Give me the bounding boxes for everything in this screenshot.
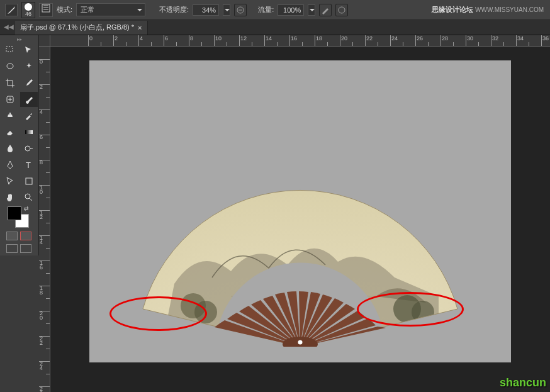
blend-mode-value: 正常 xyxy=(81,6,94,13)
canvas-area[interactable] xyxy=(50,47,550,392)
horizontal-ruler[interactable]: 024681012141618202224262830323436 xyxy=(50,35,550,47)
selection-tool[interactable] xyxy=(20,43,38,58)
opacity-input[interactable]: 34% xyxy=(193,4,219,16)
document-tab-row: ◀◀ 扇子.psd @ 67.1% (小白点, RGB/8) * × xyxy=(0,20,550,35)
svg-rect-3 xyxy=(6,47,13,52)
site-name: 思缘设计论坛 xyxy=(432,6,473,13)
brush-tool[interactable] xyxy=(20,92,38,107)
eraser-tool[interactable] xyxy=(1,125,19,140)
type-tool[interactable]: T xyxy=(20,157,38,172)
healing-brush-tool[interactable] xyxy=(1,92,19,107)
flow-label: 流量: xyxy=(258,5,274,14)
foreground-color[interactable] xyxy=(8,206,21,220)
blur-tool[interactable] xyxy=(1,141,19,156)
svg-rect-9 xyxy=(26,178,32,184)
svg-point-2 xyxy=(339,7,345,13)
magic-wand-tool[interactable] xyxy=(20,59,38,74)
brush-size-label: 46 xyxy=(25,11,31,17)
pen-tool[interactable] xyxy=(1,157,19,172)
svg-rect-6 xyxy=(25,130,33,134)
opacity-value: 34% xyxy=(202,6,216,14)
path-selection-tool[interactable] xyxy=(1,174,19,189)
workspace: 024681012141618202224262830323436 024681… xyxy=(39,35,550,392)
annotation-ellipse-right xyxy=(357,292,464,327)
dodge-tool[interactable] xyxy=(20,141,38,156)
screen-mode-full[interactable] xyxy=(20,244,31,253)
options-bar: 46 模式: 正常 不透明度: 34% 流量: 100% 思缘设计论坛 WWW.… xyxy=(0,0,550,20)
lasso-tool[interactable] xyxy=(1,59,19,74)
svg-point-4 xyxy=(7,64,13,69)
opacity-label: 不透明度: xyxy=(159,5,189,14)
clone-stamp-tool[interactable] xyxy=(1,108,19,123)
vertical-ruler[interactable]: 02468101214161820222426 xyxy=(39,47,50,392)
document-tab[interactable]: 扇子.psd @ 67.1% (小白点, RGB/8) * × xyxy=(15,21,148,35)
tab-pin-icon[interactable]: ◀◀ xyxy=(4,23,14,30)
tools-handle[interactable]: ▸▸ xyxy=(1,36,37,43)
gradient-tool[interactable] xyxy=(20,125,38,140)
history-brush-tool[interactable] xyxy=(20,108,38,123)
svg-point-7 xyxy=(25,146,30,151)
brush-preset-picker[interactable]: 46 xyxy=(21,2,35,18)
document-canvas[interactable] xyxy=(89,60,511,362)
screen-mode-normal[interactable] xyxy=(6,244,18,253)
zoom-tool[interactable] xyxy=(20,190,38,205)
crop-tool[interactable] xyxy=(1,76,19,91)
move-tool[interactable] xyxy=(1,43,19,58)
flow-input[interactable]: 100% xyxy=(278,4,304,16)
eyedropper-tool[interactable] xyxy=(20,76,38,91)
brush-panel-toggle[interactable] xyxy=(39,3,53,17)
standard-mode[interactable] xyxy=(6,232,18,240)
flow-dropdown-arrow[interactable] xyxy=(308,4,315,16)
swap-colors-icon[interactable]: ⇄ xyxy=(24,205,29,211)
site-url: WWW.MISSYUAN.COM xyxy=(475,6,544,13)
document-tab-title: 扇子.psd @ 67.1% (小白点, RGB/8) * xyxy=(20,23,134,32)
blend-mode-dropdown[interactable]: 正常 xyxy=(76,3,145,16)
flow-value: 100% xyxy=(283,6,301,14)
tool-preset-picker[interactable] xyxy=(5,4,18,16)
hand-tool[interactable] xyxy=(1,190,19,205)
pressure-opacity-icon[interactable] xyxy=(234,4,247,16)
brush-dot-icon xyxy=(25,3,32,11)
tools-panel: ▸▸ T ⇄ xyxy=(0,35,39,255)
quick-mask-mode[interactable] xyxy=(20,232,31,240)
airbrush-icon[interactable] xyxy=(319,4,332,16)
svg-point-10 xyxy=(25,194,30,199)
svg-point-17 xyxy=(298,340,303,345)
mode-label: 模式: xyxy=(57,5,72,14)
color-swatches: ⇄ xyxy=(1,205,37,229)
close-icon[interactable]: × xyxy=(138,24,142,31)
svg-text:T: T xyxy=(26,160,31,170)
watermark: shancun xyxy=(500,376,546,389)
ruler-origin[interactable] xyxy=(39,35,50,47)
shape-tool[interactable] xyxy=(20,174,38,189)
annotation-ellipse-left xyxy=(109,296,207,331)
header-branding: 思缘设计论坛 WWW.MISSYUAN.COM xyxy=(432,5,544,14)
opacity-dropdown-arrow[interactable] xyxy=(223,4,230,16)
pressure-size-icon[interactable] xyxy=(335,4,348,16)
